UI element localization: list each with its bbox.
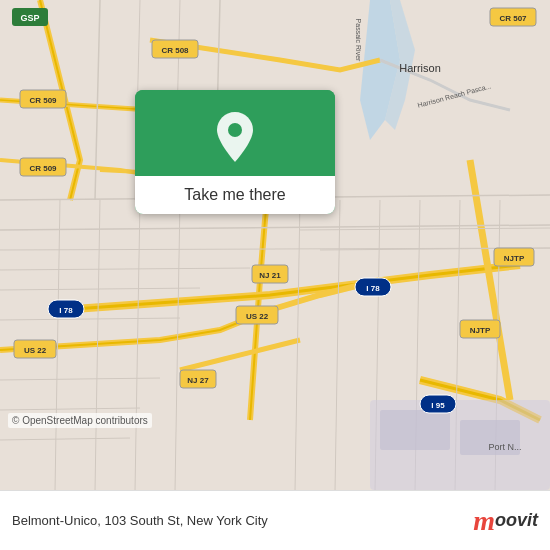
svg-text:NJTP: NJTP xyxy=(470,326,491,335)
take-me-there-button[interactable]: Take me there xyxy=(135,90,335,214)
svg-text:NJTP: NJTP xyxy=(504,254,525,263)
svg-text:NJ 21: NJ 21 xyxy=(259,271,281,280)
svg-point-38 xyxy=(228,123,242,137)
svg-text:NJ 27: NJ 27 xyxy=(187,376,209,385)
svg-text:US 22: US 22 xyxy=(246,312,269,321)
button-label: Take me there xyxy=(184,186,285,203)
svg-text:CR 509: CR 509 xyxy=(29,164,57,173)
svg-text:I 78: I 78 xyxy=(59,306,73,315)
svg-text:CR 507: CR 507 xyxy=(499,14,527,23)
button-icon-area xyxy=(135,90,335,176)
map-container: GSP CR 507 CR 509 CR 508 Harrison Harris… xyxy=(0,0,550,490)
moovit-logo: m oovit xyxy=(473,505,538,537)
svg-text:GSP: GSP xyxy=(20,13,39,23)
button-label-area: Take me there xyxy=(135,176,335,214)
svg-text:I 78: I 78 xyxy=(366,284,380,293)
svg-text:Passaic River: Passaic River xyxy=(355,19,362,62)
svg-text:US 22: US 22 xyxy=(24,346,47,355)
map-attribution: © OpenStreetMap contributors xyxy=(8,413,152,428)
button-overlay: Take me there xyxy=(135,90,335,214)
moovit-logo-m: m xyxy=(473,505,495,537)
svg-text:CR 509: CR 509 xyxy=(29,96,57,105)
svg-text:CR 508: CR 508 xyxy=(161,46,189,55)
svg-rect-2 xyxy=(380,410,450,450)
location-pin-icon xyxy=(211,110,259,166)
svg-text:I 95: I 95 xyxy=(431,401,445,410)
moovit-logo-rest: oovit xyxy=(495,510,538,531)
bottom-bar: Belmont-Unico, 103 South St, New York Ci… xyxy=(0,490,550,550)
location-text: Belmont-Unico, 103 South St, New York Ci… xyxy=(12,513,473,528)
svg-text:Port N...: Port N... xyxy=(488,442,521,452)
svg-text:Harrison: Harrison xyxy=(399,62,441,74)
